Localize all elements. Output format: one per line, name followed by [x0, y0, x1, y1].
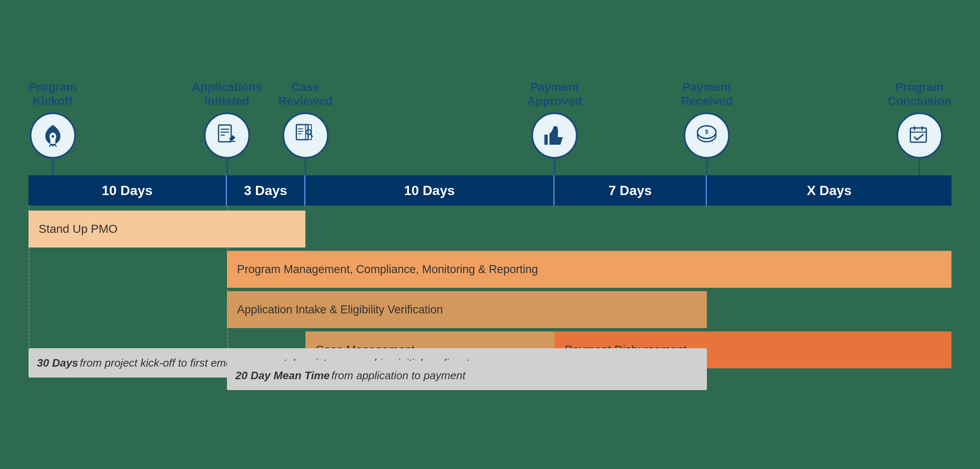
svg-rect-0	[219, 125, 231, 142]
document-edit-icon	[214, 123, 240, 148]
milestone-stem-case-reviewed	[305, 159, 306, 175]
milestone-stem-applications	[226, 159, 227, 175]
milestone-circle-case-reviewed	[282, 112, 328, 159]
milestone-label-payment-approved: PaymentApproved	[527, 80, 582, 108]
milestone-conclusion: ProgramConclusion	[888, 80, 951, 175]
segment-3days: 3 Days	[227, 175, 305, 206]
milestone-circle-conclusion	[897, 112, 943, 159]
milestone-circle-payment-received: $	[684, 112, 730, 159]
milestone-stem-kickoff	[52, 159, 53, 175]
document-search-icon	[293, 123, 318, 148]
gantt-row-program-mgmt: Program Management, Compliance, Monitori…	[227, 251, 951, 288]
note-20-bold: 20 Day Mean Time	[235, 369, 330, 382]
milestone-applications: ApplicationsInitiated	[192, 80, 262, 175]
gantt-row-stand-up-pmo: Stand Up PMO	[29, 211, 305, 248]
milestone-label-payment-received: PaymentReceived	[681, 80, 733, 108]
milestone-label-applications: ApplicationsInitiated	[192, 80, 262, 108]
timeline-bar: 10 Days 3 Days 10 Days 7 Days X Days	[29, 175, 951, 206]
milestones-header: ProgramKickoff ApplicationsInitiated	[29, 79, 951, 175]
milestone-case-reviewed: CaseReviewed	[278, 80, 332, 175]
milestone-stem-conclusion	[919, 159, 920, 175]
diagram-container: ProgramKickoff ApplicationsInitiated	[29, 79, 951, 390]
calendar-check-icon	[907, 123, 932, 148]
svg-rect-16	[910, 128, 926, 142]
milestone-circle-payment-approved	[532, 112, 578, 159]
milestone-label-conclusion: ProgramConclusion	[888, 80, 951, 108]
rocket-icon	[40, 123, 65, 148]
gantt-row-application-intake: Application Intake & Eligibility Verific…	[227, 291, 707, 328]
milestone-circle-kickoff	[30, 112, 76, 159]
note-30-bold: 30 Days	[37, 357, 78, 370]
svg-text:$: $	[705, 128, 709, 135]
milestone-kickoff: ProgramKickoff	[29, 80, 77, 175]
gantt-area: Stand Up PMO Program Management, Complia…	[29, 206, 951, 390]
segment-10days-1: 10 Days	[29, 175, 227, 206]
note-20-text: from application to payment	[331, 369, 465, 382]
milestone-label-kickoff: ProgramKickoff	[29, 80, 77, 108]
thumbsup-icon	[542, 123, 567, 148]
segment-xdays: X Days	[707, 175, 951, 206]
milestone-payment-approved: PaymentApproved	[527, 80, 582, 175]
milestone-stem-payment-received	[706, 159, 708, 175]
milestone-stem-payment-approved	[554, 159, 555, 175]
money-icon: $	[694, 123, 719, 148]
segment-7days: 7 Days	[555, 175, 707, 206]
milestone-label-case-reviewed: CaseReviewed	[278, 80, 332, 108]
milestone-payment-received: PaymentReceived $	[681, 80, 733, 175]
segment-10days-2: 10 Days	[305, 175, 555, 206]
note-20-days: 20 Day Mean Time from application to pay…	[227, 361, 707, 390]
milestone-circle-applications	[204, 112, 250, 159]
